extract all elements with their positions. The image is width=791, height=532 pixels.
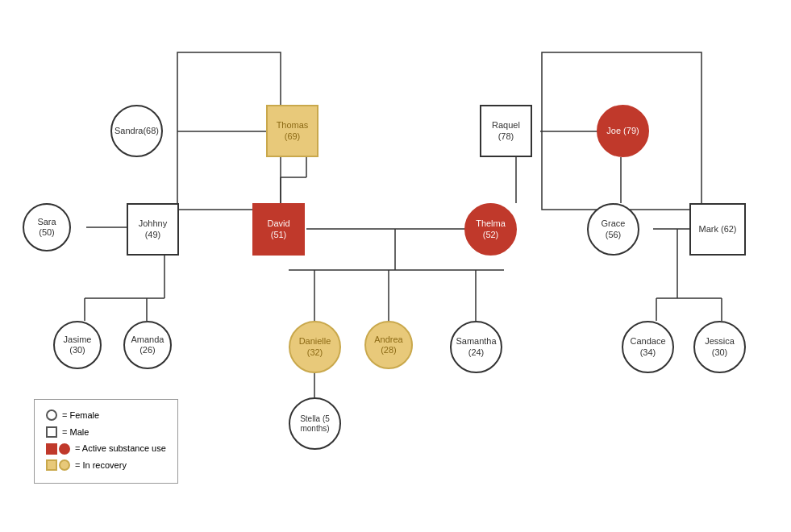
node-david: David (51) — [252, 203, 305, 256]
legend-recovery: = In recovery — [46, 458, 166, 473]
node-grace: Grace (56) — [587, 203, 639, 256]
node-candace: Candace (34) — [622, 321, 674, 373]
svg-rect-1 — [177, 52, 281, 210]
legend-recovery-female-icon — [59, 459, 70, 471]
genogram: Sandra (68) Thomas (69) Raquel (78) Joe … — [0, 0, 791, 532]
legend-male-icon — [46, 426, 57, 438]
node-raquel: Raquel (78) — [480, 105, 532, 157]
node-thelma: Thelma (52) — [464, 203, 517, 256]
legend-female-icon — [46, 409, 57, 421]
node-danielle: Danielle (32) — [289, 321, 341, 373]
node-sara: Sara (50) — [23, 203, 71, 251]
node-samantha: Samantha (24) — [450, 321, 502, 373]
legend-active: = Active substance use — [46, 441, 166, 456]
node-thomas: Thomas (69) — [266, 105, 318, 157]
legend-active-female-icon — [59, 443, 70, 455]
legend: = Female = Male = Active substance use =… — [34, 399, 178, 484]
legend-active-male-icon — [46, 443, 57, 455]
node-mark: Mark (62) — [689, 203, 746, 256]
node-johhny: Johhny (49) — [127, 203, 179, 256]
legend-female: = Female — [46, 408, 166, 423]
node-jasime: Jasime (30) — [53, 321, 102, 369]
node-sandra: Sandra (68) — [110, 105, 163, 157]
legend-male: = Male — [46, 425, 166, 440]
node-stella: Stella (5 months) — [289, 397, 341, 450]
node-jessica: Jessica (30) — [693, 321, 746, 373]
legend-recovery-male-icon — [46, 459, 57, 471]
node-amanda: Amanda (26) — [123, 321, 172, 369]
node-joe: Joe (79) — [597, 105, 649, 157]
node-andrea: Andrea (28) — [364, 321, 413, 369]
